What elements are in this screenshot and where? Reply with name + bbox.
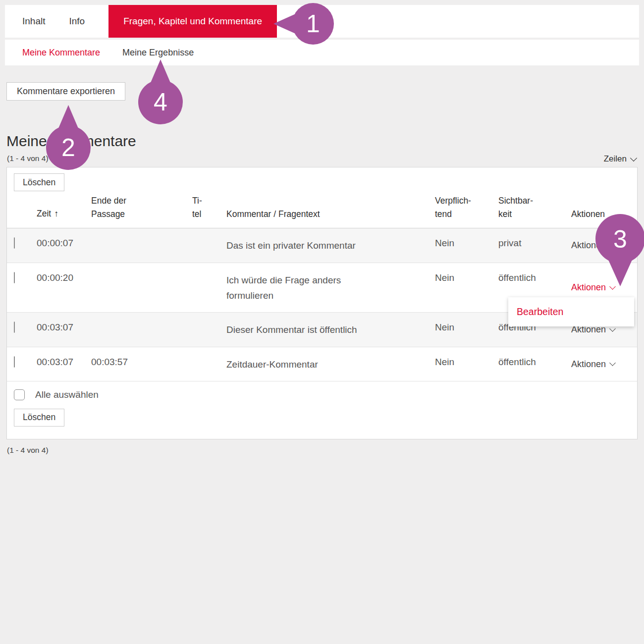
row-checkbox[interactable] bbox=[14, 322, 15, 333]
result-range-bottom: (1 - 4 von 4) bbox=[7, 446, 49, 455]
actions-link[interactable]: Aktionen bbox=[571, 238, 630, 253]
cell-comment: Das ist ein privater Kommentar bbox=[226, 238, 390, 253]
cell-time: 00:03:07 bbox=[37, 322, 91, 337]
cell-title bbox=[192, 357, 226, 372]
table-row: 00:03:07 00:03:57 Zeitdauer-Kommentar Ne… bbox=[7, 347, 637, 381]
delete-button-top[interactable]: Löschen bbox=[14, 173, 64, 191]
cell-time: 00:00:07 bbox=[37, 238, 91, 253]
sort-ascending-icon: ↑ bbox=[54, 209, 58, 218]
actions-label: Aktionen bbox=[571, 240, 606, 251]
subtab-meine-kommentare[interactable]: Meine Kommentare bbox=[22, 48, 100, 58]
row-checkbox[interactable] bbox=[14, 272, 15, 283]
header-kommentar-fragentext: Kommentar / Fragentext bbox=[226, 208, 435, 221]
subtab-meine-ergebnisse[interactable]: Meine Ergebnisse bbox=[122, 48, 194, 58]
cell-mandatory: Nein bbox=[435, 272, 498, 304]
tab-inhalt[interactable]: Inhalt bbox=[22, 16, 45, 27]
cell-title bbox=[192, 272, 226, 304]
header-sichtbarkeit: Sichtbar-keit bbox=[498, 194, 571, 221]
select-all-checkbox[interactable] bbox=[14, 389, 25, 400]
annotation-marker-4: 4 bbox=[138, 58, 183, 125]
main-tab-bar: Inhalt Info Fragen, Kapitel und Kommenta… bbox=[5, 5, 639, 38]
chevron-down-icon bbox=[630, 155, 637, 161]
cell-title bbox=[192, 238, 226, 253]
cell-title bbox=[192, 322, 226, 337]
delete-button-bottom[interactable]: Löschen bbox=[14, 409, 64, 427]
chevron-down-icon bbox=[609, 360, 616, 366]
chevron-down-icon bbox=[609, 283, 616, 290]
page-title: Meine Kommentare bbox=[6, 133, 136, 150]
header-zeit[interactable]: Zeit↑ bbox=[37, 207, 91, 221]
export-comments-button[interactable]: Kommentare exportieren bbox=[6, 82, 125, 101]
header-aktionen: Aktionen bbox=[571, 208, 630, 221]
chevron-down-icon bbox=[609, 241, 616, 248]
cell-visibility: privat bbox=[498, 238, 571, 253]
row-checkbox[interactable] bbox=[14, 356, 15, 368]
cell-end bbox=[91, 238, 192, 253]
page: Inhalt Info Fragen, Kapitel und Kommenta… bbox=[0, 0, 644, 644]
result-range-top: (1 - 4 von 4) bbox=[7, 154, 49, 163]
cell-comment: Zeitdauer-Kommentar bbox=[226, 357, 390, 372]
cell-mandatory: Nein bbox=[435, 357, 498, 372]
menu-item-bearbeiten[interactable]: Bearbeiten bbox=[517, 306, 563, 318]
marker-number: 4 bbox=[154, 88, 167, 116]
cell-end bbox=[91, 322, 192, 337]
cell-mandatory: Nein bbox=[435, 322, 498, 337]
actions-label: Aktionen bbox=[571, 282, 606, 293]
header-zeit-label: Zeit bbox=[37, 209, 51, 218]
table-header-row: Zeit↑ Ende der Passage Ti-tel Kommentar … bbox=[7, 194, 637, 228]
actions-context-menu: Bearbeiten bbox=[508, 297, 634, 326]
cell-comment: Ich würde die Frage anders formulieren bbox=[226, 272, 390, 304]
cell-end bbox=[91, 272, 192, 304]
cell-visibility: öffentlich bbox=[498, 357, 571, 372]
cell-comment: Dieser Kommentar ist öffentlich bbox=[226, 322, 390, 337]
rows-per-page-label: Zeilen bbox=[604, 154, 627, 164]
row-checkbox[interactable] bbox=[14, 237, 15, 249]
header-ende-der-passage: Ende der Passage bbox=[91, 194, 192, 221]
table-footer: Alle auswählen Löschen bbox=[7, 381, 637, 427]
rows-per-page-dropdown[interactable]: Zeilen bbox=[604, 154, 636, 164]
header-verpflichtend: Verpflich-tend bbox=[435, 194, 498, 221]
cell-time: 00:00:20 bbox=[37, 272, 91, 304]
table-row: 00:00:07 Das ist ein privater Kommentar … bbox=[7, 228, 637, 262]
actions-label: Aktionen bbox=[571, 359, 606, 370]
actions-link[interactable]: Aktionen bbox=[571, 357, 630, 372]
tab-fragen-kapitel-kommentare[interactable]: Fragen, Kapitel und Kommentare bbox=[108, 5, 277, 38]
tab-info[interactable]: Info bbox=[69, 16, 85, 27]
cell-time: 00:03:07 bbox=[37, 357, 91, 372]
cell-mandatory: Nein bbox=[435, 238, 498, 253]
header-titel: Ti-tel bbox=[192, 194, 226, 221]
cell-end: 00:03:57 bbox=[91, 357, 192, 372]
sub-tab-bar: Meine Kommentare Meine Ergebnisse bbox=[5, 40, 639, 65]
select-all-label: Alle auswählen bbox=[35, 389, 99, 400]
